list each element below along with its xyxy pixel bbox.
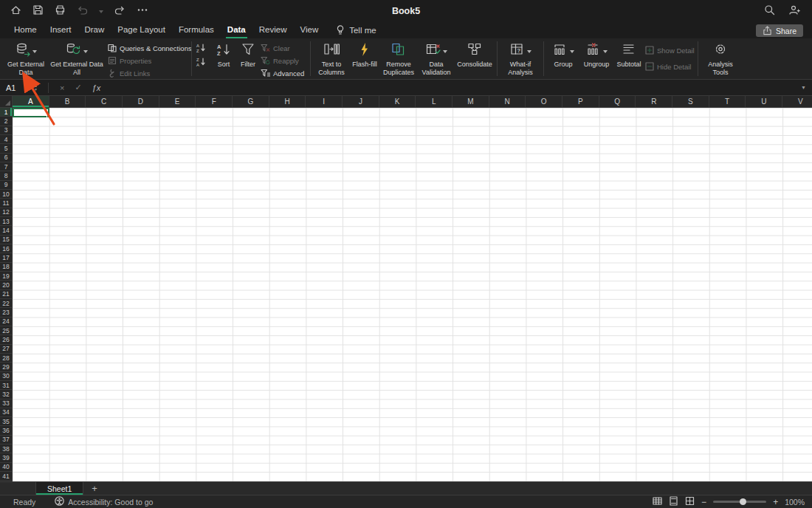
row-header-25[interactable]: 25	[0, 326, 12, 335]
column-header-O[interactable]: O	[526, 96, 562, 107]
row-header-37[interactable]: 37	[0, 436, 12, 444]
column-header-L[interactable]: L	[416, 96, 453, 107]
tab-insert[interactable]: Insert	[49, 22, 73, 38]
page-break-view-icon[interactable]	[685, 496, 695, 507]
queries-connections-button[interactable]: Queries & Connections	[108, 44, 187, 53]
spreadsheet-grid[interactable]	[13, 108, 812, 481]
add-sheet-button[interactable]: +	[92, 482, 97, 495]
column-header-R[interactable]: R	[636, 96, 672, 107]
row-header-31[interactable]: 31	[0, 381, 12, 390]
zoom-out-button[interactable]: −	[701, 497, 706, 507]
data-validation-button[interactable]: DataValidation	[418, 41, 455, 76]
consolidate-button[interactable]: Consolidate	[456, 41, 493, 69]
tell-me-button[interactable]: Tell me	[335, 22, 376, 38]
zoom-level[interactable]: 100%	[785, 498, 805, 507]
sort-ascending-button[interactable]: AZ	[196, 44, 210, 53]
column-header-N[interactable]: N	[489, 96, 526, 107]
name-box-spinner[interactable]: ▲ ▼	[34, 84, 38, 92]
row-header-32[interactable]: 32	[0, 390, 12, 399]
row-header-9[interactable]: 9	[0, 181, 12, 190]
name-box[interactable]: A1	[0, 83, 34, 92]
save-icon[interactable]	[32, 4, 44, 18]
row-header-28[interactable]: 28	[0, 354, 12, 363]
zoom-in-button[interactable]: +	[773, 497, 778, 507]
column-header-D[interactable]: D	[123, 96, 159, 107]
flash-fill-button[interactable]: Flash-fill	[350, 41, 379, 69]
accessibility-status[interactable]: Accessibility: Good to go	[55, 496, 153, 507]
column-header-C[interactable]: C	[86, 96, 123, 107]
tab-data[interactable]: Data	[226, 22, 247, 38]
column-header-J[interactable]: J	[343, 96, 379, 107]
row-header-41[interactable]: 41	[0, 472, 12, 481]
column-header-K[interactable]: K	[379, 96, 416, 107]
home-icon[interactable]	[10, 4, 21, 18]
row-header-14[interactable]: 14	[0, 226, 12, 235]
zoom-slider-knob[interactable]	[740, 498, 746, 505]
row-header-12[interactable]: 12	[0, 208, 12, 217]
select-all-corner[interactable]	[0, 96, 13, 108]
row-header-15[interactable]: 15	[0, 236, 12, 244]
row-header-26[interactable]: 26	[0, 335, 12, 344]
normal-view-icon[interactable]	[653, 496, 662, 507]
row-header-7[interactable]: 7	[0, 162, 12, 171]
row-header-3[interactable]: 3	[0, 126, 12, 135]
row-header-18[interactable]: 18	[0, 263, 12, 272]
row-header-6[interactable]: 6	[0, 154, 12, 162]
row-header-27[interactable]: 27	[0, 345, 12, 354]
row-header-5[interactable]: 5	[0, 144, 12, 153]
what-if-analysis-button[interactable]: ? What-ifAnalysis	[501, 41, 540, 76]
text-to-columns-button[interactable]: Text toColumns	[314, 41, 348, 76]
row-header-1[interactable]: 1	[0, 108, 12, 117]
share-button[interactable]: Share	[756, 24, 803, 37]
refresh-all-button[interactable]: Get External DataAll	[47, 41, 106, 76]
row-header-24[interactable]: 24	[0, 318, 12, 326]
tab-home[interactable]: Home	[13, 22, 38, 38]
row-header-33[interactable]: 33	[0, 399, 12, 408]
sort-descending-button[interactable]: ZA	[196, 58, 210, 67]
advanced-filter-button[interactable]: Advanced	[261, 69, 306, 78]
tab-draw[interactable]: Draw	[83, 22, 106, 38]
column-header-Q[interactable]: Q	[599, 96, 636, 107]
row-header-16[interactable]: 16	[0, 244, 12, 253]
row-header-36[interactable]: 36	[0, 426, 12, 435]
account-icon[interactable]	[788, 4, 800, 18]
row-header-11[interactable]: 11	[0, 199, 12, 207]
subtotal-button[interactable]: Subtotal	[614, 41, 644, 69]
column-header-T[interactable]: T	[709, 96, 746, 107]
column-header-P[interactable]: P	[562, 96, 599, 107]
column-header-M[interactable]: M	[453, 96, 489, 107]
zoom-slider[interactable]	[713, 501, 766, 503]
column-header-S[interactable]: S	[672, 96, 709, 107]
tab-page-layout[interactable]: Page Layout	[116, 22, 167, 38]
column-header-F[interactable]: F	[196, 96, 233, 107]
remove-duplicates-button[interactable]: RemoveDuplicates	[381, 41, 416, 76]
analysis-tools-button[interactable]: AnalysisTools	[702, 41, 739, 76]
row-header-30[interactable]: 30	[0, 372, 12, 381]
column-header-U[interactable]: U	[746, 96, 782, 107]
row-header-22[interactable]: 22	[0, 299, 12, 308]
row-header-34[interactable]: 34	[0, 408, 12, 417]
column-header-G[interactable]: G	[233, 96, 269, 107]
row-header-17[interactable]: 17	[0, 253, 12, 262]
row-header-21[interactable]: 21	[0, 290, 12, 299]
row-header-39[interactable]: 39	[0, 453, 12, 462]
sort-button[interactable]: AZ Sort	[212, 41, 235, 69]
row-header-19[interactable]: 19	[0, 272, 12, 281]
formula-input[interactable]	[106, 80, 795, 95]
column-header-H[interactable]: H	[269, 96, 306, 107]
get-external-data-button[interactable]: Get ExternalData	[6, 41, 46, 76]
row-header-13[interactable]: 13	[0, 217, 12, 226]
tab-review[interactable]: Review	[258, 22, 289, 38]
column-header-V[interactable]: V	[782, 96, 812, 107]
search-icon[interactable]	[764, 4, 775, 18]
row-header-2[interactable]: 2	[0, 117, 12, 126]
tab-formulas[interactable]: Formulas	[177, 22, 216, 38]
insert-function-icon[interactable]: ƒx	[92, 83, 101, 92]
row-header-23[interactable]: 23	[0, 308, 12, 317]
page-layout-view-icon[interactable]	[669, 496, 678, 507]
column-header-B[interactable]: B	[49, 96, 86, 107]
ungroup-button[interactable]: Ungroup	[580, 41, 613, 69]
print-icon[interactable]	[55, 4, 66, 18]
row-header-4[interactable]: 4	[0, 135, 12, 144]
column-header-E[interactable]: E	[159, 96, 196, 107]
